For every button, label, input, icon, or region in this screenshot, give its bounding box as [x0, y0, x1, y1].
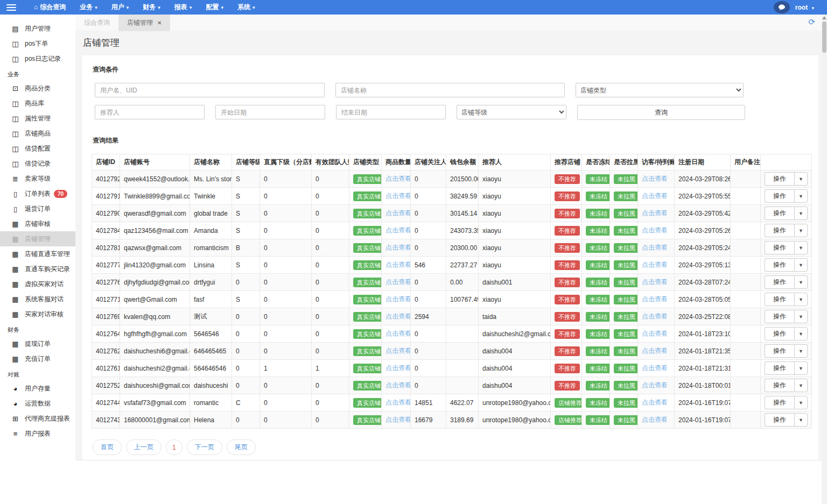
end-date-input[interactable]	[336, 105, 446, 119]
action-button[interactable]: 操作	[765, 172, 794, 186]
action-dropdown-toggle[interactable]: ▼	[794, 327, 808, 340]
sidebar-item-buyer-chat-review[interactable]: ▦买家对话审核	[0, 307, 75, 322]
goods-link[interactable]: 点击查看	[386, 381, 411, 389]
sidebar-item-user-report[interactable]: ≡用户报表	[0, 426, 75, 441]
sidebar-item-seller-level[interactable]: ≣卖家等级	[0, 171, 75, 186]
goods-link[interactable]: 点击查看	[386, 244, 411, 251]
sidebar-item-return-orders[interactable]: ▯退货订单	[0, 201, 75, 216]
user-menu[interactable]: root ▾	[795, 4, 814, 11]
sidebar-item-product-library[interactable]: ◫商品库	[0, 96, 75, 111]
scrollbar-thumb[interactable]	[822, 22, 826, 53]
visitors-link[interactable]: 点击查看	[642, 295, 668, 303]
goods-link[interactable]: 点击查看	[386, 313, 411, 320]
sidebar-item-order-list[interactable]: ▯订单列表70	[0, 186, 75, 201]
action-button[interactable]: 操作	[765, 413, 794, 427]
action-dropdown-toggle[interactable]: ▼	[794, 413, 808, 427]
goods-link[interactable]: 点击查看	[386, 295, 411, 303]
visitors-link[interactable]: 点击查看	[642, 244, 668, 251]
action-button[interactable]: 操作	[765, 310, 794, 323]
visitors-link[interactable]: 点击查看	[642, 209, 668, 217]
nav-menu-finance[interactable]: 财务▾	[136, 0, 167, 15]
page-button[interactable]: 下一页	[187, 439, 222, 455]
tab-overview[interactable]: 综合查询	[75, 15, 118, 31]
close-icon[interactable]: ✕	[157, 20, 162, 26]
action-dropdown-toggle[interactable]: ▼	[794, 379, 808, 392]
goods-link[interactable]: 点击查看	[386, 226, 411, 234]
action-dropdown-toggle[interactable]: ▼	[794, 258, 808, 272]
action-button[interactable]: 操作	[765, 344, 794, 358]
page-button[interactable]: 尾页	[227, 439, 256, 455]
store-name-input[interactable]	[335, 83, 565, 97]
goods-link[interactable]: 点击查看	[386, 175, 411, 182]
sidebar-item-agent-report[interactable]: ⊞代理商充提报表	[0, 411, 75, 426]
store-level-select[interactable]: 店铺等级	[457, 105, 566, 119]
goods-link[interactable]: 点击查看	[386, 330, 411, 337]
action-button[interactable]: 操作	[765, 207, 794, 220]
query-button[interactable]: 查询	[577, 105, 745, 120]
sidebar-item-recharge-orders[interactable]: ▦充值订单	[0, 351, 75, 366]
refresh-icon[interactable]: ⟳	[808, 17, 815, 27]
visitors-link[interactable]: 点击查看	[642, 381, 668, 389]
goods-link[interactable]: 点击查看	[386, 278, 411, 286]
nav-home[interactable]: ⌂综合查询	[27, 0, 73, 15]
sidebar-item-loan-config[interactable]: ◫借贷配置	[0, 141, 75, 156]
username-uid-input[interactable]	[95, 83, 325, 97]
scroll-up-arrow-icon[interactable]	[822, 16, 826, 19]
menu-toggle-icon[interactable]	[6, 4, 16, 11]
visitors-link[interactable]: 点击查看	[642, 313, 668, 320]
sidebar-item-system-service-chat[interactable]: ▦系统客服对话	[0, 292, 75, 307]
action-dropdown-toggle[interactable]: ▼	[794, 361, 808, 375]
visitors-link[interactable]: 点击查看	[642, 192, 668, 200]
action-dropdown-toggle[interactable]: ▼	[794, 344, 808, 358]
sidebar-item-pos-log[interactable]: ◫pos日志记录	[0, 51, 75, 66]
referrer-input[interactable]	[95, 105, 205, 119]
action-dropdown-toggle[interactable]: ▼	[794, 241, 808, 254]
action-dropdown-toggle[interactable]: ▼	[794, 310, 808, 323]
goods-link[interactable]: 点击查看	[386, 364, 411, 372]
nav-menu-report[interactable]: 报表▾	[167, 0, 199, 15]
visitors-link[interactable]: 点击查看	[642, 226, 668, 234]
tab-store-management[interactable]: 店铺管理✕	[118, 15, 170, 31]
sidebar-item-user-retention[interactable]: ◕用户存量	[0, 381, 75, 396]
action-button[interactable]: 操作	[765, 361, 794, 375]
action-dropdown-toggle[interactable]: ▼	[794, 172, 808, 186]
page-button[interactable]: 首页	[93, 439, 122, 455]
action-dropdown-toggle[interactable]: ▼	[794, 224, 808, 237]
sidebar-item-attribute-management[interactable]: ◫属性管理	[0, 111, 75, 126]
action-dropdown-toggle[interactable]: ▼	[794, 207, 808, 220]
sidebar-item-loan-records[interactable]: ◫借贷记录	[0, 156, 75, 171]
vertical-scrollbar[interactable]	[822, 15, 827, 504]
visitors-link[interactable]: 点击查看	[642, 330, 668, 337]
sidebar-item-store-products[interactable]: ◫店铺商品	[0, 126, 75, 141]
sidebar-item-express-purchase-records[interactable]: ▦直通车购买记录	[0, 261, 75, 276]
action-button[interactable]: 操作	[765, 189, 794, 203]
action-button[interactable]: 操作	[765, 224, 794, 237]
goods-link[interactable]: 点击查看	[386, 347, 411, 354]
sidebar-item-withdrawal-orders[interactable]: ▦提现订单	[0, 336, 75, 351]
nav-menu-config[interactable]: 配置▾	[199, 0, 230, 15]
goods-link[interactable]: 点击查看	[386, 261, 411, 268]
page-current[interactable]: 1	[166, 439, 183, 455]
visitors-link[interactable]: 点击查看	[642, 347, 668, 354]
chat-button[interactable]	[774, 1, 790, 13]
nav-menu-business[interactable]: 业务▾	[73, 0, 104, 15]
goods-link[interactable]: 点击查看	[386, 209, 411, 217]
visitors-link[interactable]: 点击查看	[642, 278, 668, 286]
store-type-select[interactable]: 店铺类型	[576, 83, 744, 97]
nav-menu-system[interactable]: 系统▾	[230, 0, 262, 15]
visitors-link[interactable]: 点击查看	[642, 416, 668, 423]
nav-menu-user[interactable]: 用户▾	[104, 0, 136, 15]
sidebar-item-pos-order[interactable]: ◫pos下单	[0, 36, 75, 51]
action-button[interactable]: 操作	[765, 241, 794, 254]
action-button[interactable]: 操作	[765, 275, 794, 289]
action-dropdown-toggle[interactable]: ▼	[794, 293, 808, 306]
sidebar-item-operation-data[interactable]: ◕运营数据	[0, 396, 75, 411]
action-button[interactable]: 操作	[765, 379, 794, 392]
sidebar-item-user-management[interactable]: ▤用户管理	[0, 21, 75, 36]
visitors-link[interactable]: 点击查看	[642, 364, 668, 372]
start-date-input[interactable]	[215, 105, 325, 119]
action-dropdown-toggle[interactable]: ▼	[794, 275, 808, 289]
sidebar-item-product-category[interactable]: ⊡商品分类	[0, 81, 75, 96]
visitors-link[interactable]: 点击查看	[642, 175, 668, 182]
action-dropdown-toggle[interactable]: ▼	[794, 189, 808, 203]
